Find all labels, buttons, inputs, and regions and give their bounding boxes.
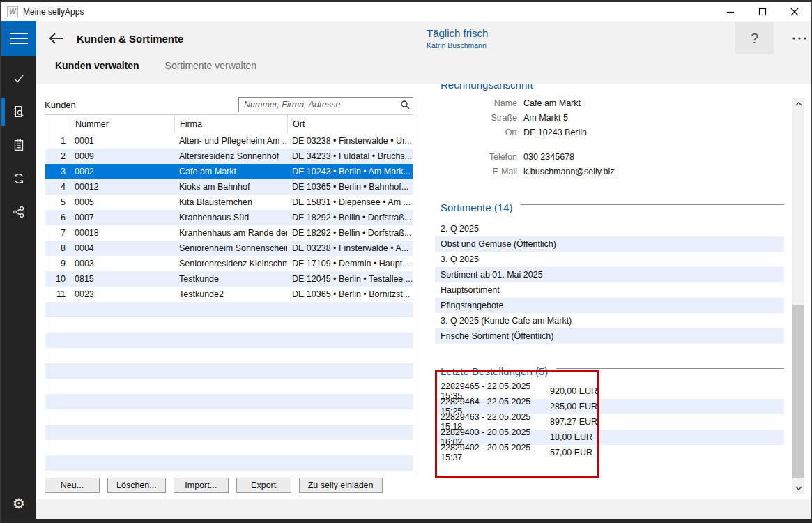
table-header: Nummer Firma Ort	[45, 115, 413, 133]
billing-field: E-Mailk.buschmann@selly.biz	[435, 164, 784, 179]
cell-firma: Testkunde	[174, 274, 287, 284]
table-row[interactable]: 20009Altersresidenz SonnenhofDE 34233 • …	[45, 149, 413, 164]
back-button[interactable]	[45, 26, 68, 50]
company-name: Täglich frisch	[427, 27, 488, 39]
row-index: 11	[45, 289, 70, 299]
new-button[interactable]: Neu...	[45, 478, 100, 493]
empty-row	[45, 425, 413, 440]
order-amount: 285,00 EUR	[550, 402, 597, 411]
page-header: Kunden & Sortimente Täglich frisch Katri…	[36, 21, 811, 84]
billing-field: Telefon030 2345678	[435, 149, 784, 164]
sidebar-item-share[interactable]	[1, 195, 36, 229]
table-row[interactable]: 90003Seniorenresidenz Kleinschm...DE 171…	[45, 256, 413, 271]
sortiment-item[interactable]: 3. Q 2025 (Kunde Cafe am Markt)	[435, 313, 784, 328]
order-item[interactable]: 22829402 - 20.05.2025 15:3757,00 EUR	[435, 445, 784, 460]
column-firma[interactable]: Firma	[174, 115, 287, 133]
cell-nummer: 0007	[70, 213, 174, 222]
status-strip	[36, 499, 811, 519]
sortiment-item[interactable]: Frische Sortiment (Öffentlich)	[435, 328, 784, 344]
cell-ort: DE 15831 • Diepensee • Am ...	[287, 197, 413, 207]
sortimente-section-title: Sortimente (14)	[441, 202, 512, 213]
app-window: W Meine sellyApps	[0, 0, 812, 523]
row-index: 3	[45, 167, 70, 176]
billing-field: OrtDE 10243 Berlin	[435, 125, 784, 139]
order-amount: 57,00 EUR	[550, 448, 592, 457]
sidebar-item-orders[interactable]	[1, 128, 36, 162]
table-row[interactable]: 80004Seniorenheim SonnenscheinDE 03238 •…	[45, 241, 413, 256]
sidebar-item-customers[interactable]	[1, 95, 36, 128]
billing-field: NameCafe am Markt	[435, 96, 784, 110]
menu-button[interactable]	[1, 21, 36, 56]
minimize-button[interactable]	[714, 2, 746, 21]
order-amount: 897,27 EUR	[550, 417, 597, 427]
sortiment-item[interactable]: Obst und Gemüse (Öffentlich)	[435, 236, 784, 252]
table-row[interactable]: 110023Testkunde2DE 10365 • Berlin • Born…	[45, 287, 413, 302]
scroll-down-button[interactable]	[792, 482, 804, 494]
more-button[interactable]	[783, 22, 812, 54]
cell-ort: DE 03238 • Finsterwalde • Ur...	[287, 136, 413, 146]
scrollbar-thumb[interactable]	[792, 305, 804, 478]
invite-to-selly-button[interactable]: Zu selly einladen	[299, 478, 383, 493]
row-index: 7	[45, 228, 70, 238]
maximize-button[interactable]	[746, 2, 779, 21]
field-value: Cafe am Markt	[523, 98, 581, 108]
customers-table: Nummer Firma Ort 10001Alten- und Pflegeh…	[45, 114, 413, 471]
table-row[interactable]: 10001Alten- und Pflegeheim Am ...DE 0323…	[45, 133, 413, 149]
sidebar-item-tasks[interactable]	[1, 61, 36, 95]
table-row[interactable]: 30002Cafe am MarktDE 10243 • Berlin • Am…	[45, 164, 413, 179]
company-block: Täglich frisch Katrin Buschmann	[427, 27, 488, 50]
tab-kunden-verwalten[interactable]: Kunden verwalten	[55, 60, 139, 75]
scroll-up-button[interactable]	[792, 98, 804, 109]
table-row[interactable]: 700018Kranhenhaus am Rande der ...DE 182…	[45, 225, 413, 241]
cell-nummer: 0023	[70, 289, 174, 299]
field-label: Ort	[435, 128, 517, 137]
empty-row	[45, 348, 413, 363]
delete-button[interactable]: Löschen...	[107, 478, 166, 493]
table-row[interactable]: 50005Kita BlausternchenDE 15831 • Diepen…	[45, 195, 413, 210]
sortiment-item[interactable]: 2. Q 2025	[435, 221, 784, 236]
row-index: 4	[45, 182, 70, 192]
column-nummer[interactable]: Nummer	[70, 115, 174, 133]
sidebar-item-sync[interactable]	[1, 162, 36, 195]
column-ort[interactable]: Ort	[287, 115, 413, 133]
close-button[interactable]	[779, 2, 811, 21]
settings-button[interactable]: ⚙	[1, 488, 36, 519]
search-icon	[400, 100, 410, 109]
ellipsis-icon	[792, 36, 807, 40]
empty-row	[45, 363, 413, 379]
cell-ort: DE 10365 • Berlin • Bornitzst...	[287, 289, 413, 299]
sortiment-item[interactable]: 3. Q 2025	[435, 252, 784, 267]
field-value: 030 2345678	[523, 152, 574, 162]
field-value: k.buschmann@selly.biz	[523, 167, 615, 176]
search-box[interactable]	[238, 97, 413, 112]
action-buttons: Neu...Löschen...Import...ExportZu selly …	[45, 478, 413, 493]
cell-nummer: 0003	[70, 259, 174, 268]
cell-ort: DE 10365 • Berlin • Bahnhof...	[287, 182, 413, 192]
empty-row	[45, 379, 413, 394]
import-button[interactable]: Import...	[174, 478, 229, 493]
page-title: Kunden & Sortimente	[77, 33, 183, 45]
cell-firma: Kranhenhaus am Rande der ...	[174, 228, 287, 238]
customers-book-search-icon	[11, 104, 26, 119]
tab-sortimente-verwalten[interactable]: Sortimente verwalten	[165, 60, 257, 75]
chevron-up-icon	[795, 102, 802, 106]
cell-firma: Altersresidenz Sonnenhof	[174, 151, 287, 161]
sidebar: ⚙	[1, 21, 36, 519]
section-divider	[521, 204, 784, 205]
sortiment-item[interactable]: Sortiment ab 01. Mai 2025	[435, 267, 784, 282]
sortiment-item[interactable]: Pfingstangebote	[435, 298, 784, 313]
search-input[interactable]	[244, 100, 400, 109]
help-button[interactable]: ?	[735, 22, 774, 54]
cell-firma: Testkunde2	[174, 289, 287, 299]
vertical-scrollbar[interactable]	[792, 98, 804, 494]
table-row[interactable]: 100815TestkundeDE 12045 • Berlin • Testa…	[45, 271, 413, 287]
table-row[interactable]: 60007Kranhenhaus SüdDE 18292 • Bellin • …	[45, 210, 413, 225]
row-index: 2	[45, 151, 70, 161]
window-title: Meine sellyApps	[23, 7, 84, 17]
cell-firma: Kranhenhaus Süd	[174, 213, 287, 222]
chevron-down-icon	[795, 486, 802, 490]
table-row[interactable]: 400012Kioks am BahnhofDE 10365 • Berlin …	[45, 179, 413, 195]
export-button[interactable]: Export	[236, 478, 291, 493]
field-label: Straße	[435, 113, 517, 123]
sortiment-item[interactable]: Hauptsortiment	[435, 282, 784, 298]
